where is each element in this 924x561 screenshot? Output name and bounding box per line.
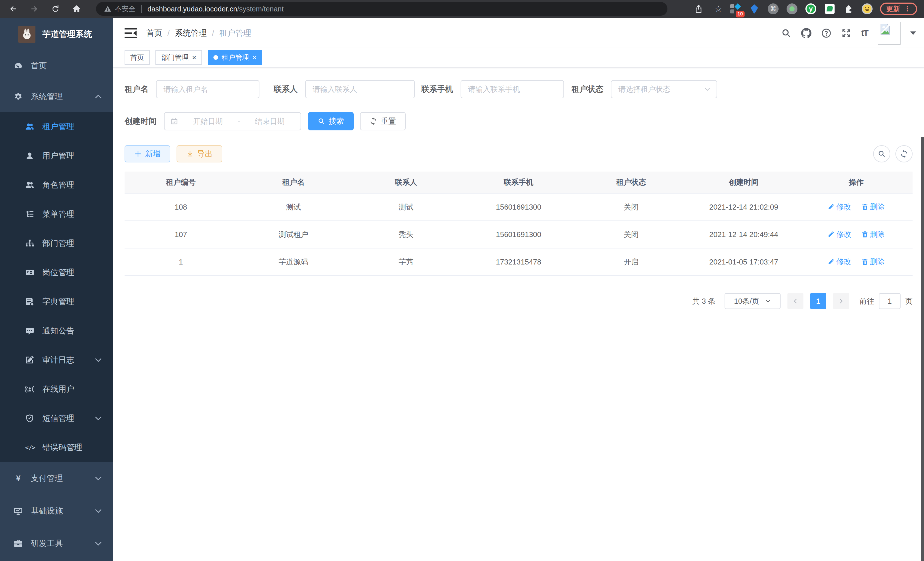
sidebar-item-tenant[interactable]: 租户管理: [0, 112, 113, 141]
profile-avatar[interactable]: [862, 3, 873, 14]
fullscreen-button[interactable]: [841, 28, 851, 38]
chrome-update-button[interactable]: 更新 ⋮: [880, 3, 917, 15]
github-link[interactable]: [801, 28, 812, 38]
sidebar-item-dict[interactable]: 字典管理: [0, 287, 113, 316]
extension-grid-icon[interactable]: 10: [730, 3, 741, 15]
prev-page-button[interactable]: [788, 293, 803, 309]
sidebar-item-notice[interactable]: 通知公告: [0, 316, 113, 345]
page-size-select[interactable]: 10条/页: [724, 293, 781, 309]
tags-view-bar: 首页 部门管理 × 租户管理 ×: [113, 48, 924, 68]
delete-link[interactable]: 删除: [861, 202, 885, 212]
delete-link[interactable]: 删除: [861, 229, 885, 239]
sidebar-submenu-system: 租户管理 用户管理 角色管理 菜单管理 部门管理: [0, 112, 113, 462]
scrollbar-thumb[interactable]: [921, 137, 924, 561]
font-size-button[interactable]: tT: [861, 28, 868, 38]
shield-check-icon: [25, 414, 34, 423]
close-icon[interactable]: ×: [252, 54, 256, 61]
pagination: 共 3 条 10条/页 1 前往 页: [124, 293, 913, 309]
delete-link[interactable]: 删除: [861, 257, 885, 267]
browser-home-button[interactable]: [68, 1, 85, 17]
chevron-down-icon: [704, 86, 711, 93]
emoji-face-icon: [863, 5, 872, 13]
sidebar-item-label: 部门管理: [42, 238, 74, 249]
breadcrumb-system[interactable]: 系统管理: [175, 28, 207, 39]
header-search-button[interactable]: [781, 28, 791, 38]
mobile-input[interactable]: [460, 80, 564, 98]
col-created: 创建时间: [687, 171, 800, 193]
page-number-1[interactable]: 1: [810, 293, 826, 309]
sidebar-item-system[interactable]: 系统管理: [0, 81, 113, 112]
download-icon: [186, 150, 194, 158]
sidebar-item-audit-log[interactable]: 审计日志: [0, 345, 113, 375]
address-bar[interactable]: 不安全 dashboard.yudao.iocoder.cn/system/te…: [96, 2, 668, 16]
search-button[interactable]: 搜索: [308, 112, 354, 130]
sidebar-item-sms[interactable]: 短信管理: [0, 404, 113, 433]
sidebar-item-post[interactable]: 岗位管理: [0, 258, 113, 287]
goto-page-input[interactable]: [879, 293, 901, 309]
browser-reload-button[interactable]: [47, 1, 64, 17]
extension-y-icon[interactable]: y: [805, 3, 817, 15]
tab-dept[interactable]: 部门管理 ×: [155, 50, 202, 65]
page-unit-label: 页: [905, 296, 913, 306]
toggle-search-button[interactable]: [873, 145, 890, 162]
export-button[interactable]: 导出: [177, 145, 222, 162]
sidebar-item-online-users[interactable]: 在线用户: [0, 375, 113, 404]
status-select[interactable]: 请选择租户状态: [611, 80, 717, 98]
next-page-button[interactable]: [833, 293, 849, 309]
browser-menu-icon[interactable]: ⋮: [904, 5, 911, 13]
share-button[interactable]: [690, 1, 707, 17]
date-range-separator: -: [238, 117, 240, 126]
refresh-table-button[interactable]: [896, 145, 913, 162]
sidebar-item-menu[interactable]: 菜单管理: [0, 200, 113, 229]
start-date-placeholder: 开始日期: [183, 116, 233, 126]
contact-input[interactable]: [305, 80, 415, 98]
app-title: 芋道管理系统: [42, 29, 92, 40]
bookmark-star-icon[interactable]: ☆: [715, 5, 722, 13]
extension-command-icon[interactable]: ⌘: [767, 3, 779, 15]
yen-icon: ¥: [14, 474, 23, 482]
end-date-placeholder: 结束日期: [244, 116, 295, 126]
tab-label: 租户管理: [221, 53, 249, 62]
table-toolbar: 新增 导出: [124, 145, 913, 162]
edit-link[interactable]: 修改: [828, 257, 851, 267]
sidebar-item-role[interactable]: 角色管理: [0, 170, 113, 200]
tab-home[interactable]: 首页: [124, 50, 150, 65]
search-icon: [878, 150, 886, 158]
sidebar-item-label: 系统管理: [31, 91, 63, 102]
edit-link[interactable]: 修改: [828, 229, 851, 239]
extension-chat-icon[interactable]: [824, 3, 836, 15]
tenant-name-input[interactable]: [156, 80, 260, 98]
reset-button[interactable]: 重置: [360, 112, 406, 130]
avatar-caret-icon[interactable]: [910, 32, 916, 35]
app-logo-row[interactable]: 芋道管理系统: [0, 18, 113, 50]
page-content: 租户名 联系人 联系手机 租户状态 请选择租户状态 创建时间: [113, 68, 924, 561]
top-navbar: 首页 / 系统管理 / 租户管理 tT: [113, 18, 924, 48]
edit-link[interactable]: 修改: [828, 202, 851, 212]
help-button[interactable]: [821, 28, 831, 38]
search-icon: [781, 28, 791, 38]
chevron-down-icon: [94, 474, 103, 483]
sidebar-item-error-code[interactable]: </> 错误码管理: [0, 433, 113, 462]
sidebar-item-payment[interactable]: ¥ 支付管理: [0, 462, 113, 495]
site-security-indicator[interactable]: 不安全: [104, 4, 135, 14]
breadcrumb-home[interactable]: 首页: [146, 28, 162, 39]
browser-back-button[interactable]: [4, 1, 22, 17]
sidebar-item-dept[interactable]: 部门管理: [0, 229, 113, 258]
sidebar-item-home[interactable]: 首页: [0, 50, 113, 81]
hamburger-icon[interactable]: [124, 27, 137, 39]
user-avatar[interactable]: [878, 22, 901, 45]
sidebar-item-dev-tools[interactable]: 研发工具: [0, 527, 113, 560]
tab-tenant[interactable]: 租户管理 ×: [208, 50, 262, 65]
sidebar-item-infrastructure[interactable]: 基础设施: [0, 495, 113, 527]
sidebar-item-user[interactable]: 用户管理: [0, 141, 113, 170]
browser-forward-button[interactable]: [26, 1, 43, 17]
filter-row-2: 创建时间 开始日期 - 结束日期 搜索 重置: [124, 112, 913, 130]
create-time-range-picker[interactable]: 开始日期 - 结束日期: [164, 112, 301, 130]
close-icon[interactable]: ×: [192, 54, 196, 61]
add-button[interactable]: 新增: [124, 145, 170, 162]
extension-kite-icon[interactable]: [748, 3, 760, 15]
extensions-puzzle-icon[interactable]: [843, 3, 854, 15]
page-size-value: 10条/页: [734, 296, 759, 306]
edit-document-icon: [25, 355, 34, 365]
extension-record-icon[interactable]: [786, 3, 798, 15]
